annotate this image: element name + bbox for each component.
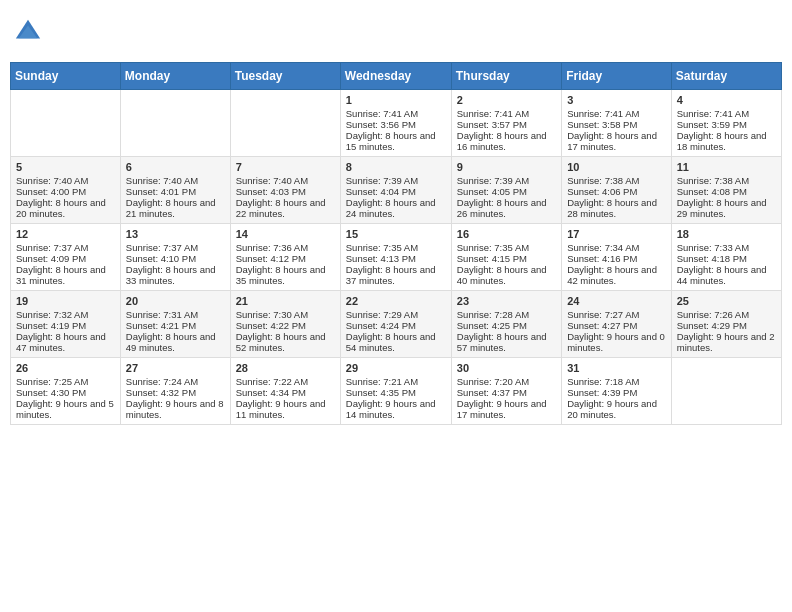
cell-content: Sunset: 3:59 PM [677, 119, 776, 130]
cell-content: Sunrise: 7:34 AM [567, 242, 666, 253]
cell-content: Sunrise: 7:18 AM [567, 376, 666, 387]
cell-content: Daylight: 9 hours and 11 minutes. [236, 398, 335, 420]
day-number: 18 [677, 228, 776, 240]
cell-content: Sunset: 4:16 PM [567, 253, 666, 264]
cell-content: Daylight: 8 hours and 31 minutes. [16, 264, 115, 286]
day-number: 14 [236, 228, 335, 240]
calendar-cell: 21Sunrise: 7:30 AMSunset: 4:22 PMDayligh… [230, 291, 340, 358]
day-number: 13 [126, 228, 225, 240]
calendar-cell: 1Sunrise: 7:41 AMSunset: 3:56 PMDaylight… [340, 90, 451, 157]
calendar-week-3: 12Sunrise: 7:37 AMSunset: 4:09 PMDayligh… [11, 224, 782, 291]
cell-content: Sunset: 4:18 PM [677, 253, 776, 264]
day-header-tuesday: Tuesday [230, 63, 340, 90]
cell-content: Sunrise: 7:41 AM [457, 108, 556, 119]
day-number: 31 [567, 362, 666, 374]
day-number: 23 [457, 295, 556, 307]
cell-content: Daylight: 8 hours and 16 minutes. [457, 130, 556, 152]
calendar-cell: 3Sunrise: 7:41 AMSunset: 3:58 PMDaylight… [562, 90, 672, 157]
calendar-cell: 4Sunrise: 7:41 AMSunset: 3:59 PMDaylight… [671, 90, 781, 157]
cell-content: Sunrise: 7:21 AM [346, 376, 446, 387]
calendar-cell: 8Sunrise: 7:39 AMSunset: 4:04 PMDaylight… [340, 157, 451, 224]
day-number: 27 [126, 362, 225, 374]
cell-content: Sunset: 4:39 PM [567, 387, 666, 398]
calendar-cell: 5Sunrise: 7:40 AMSunset: 4:00 PMDaylight… [11, 157, 121, 224]
cell-content: Daylight: 9 hours and 14 minutes. [346, 398, 446, 420]
cell-content: Sunrise: 7:24 AM [126, 376, 225, 387]
calendar-cell: 15Sunrise: 7:35 AMSunset: 4:13 PMDayligh… [340, 224, 451, 291]
cell-content: Daylight: 9 hours and 20 minutes. [567, 398, 666, 420]
day-number: 5 [16, 161, 115, 173]
cell-content: Sunset: 4:10 PM [126, 253, 225, 264]
calendar-cell [671, 358, 781, 425]
cell-content: Sunrise: 7:20 AM [457, 376, 556, 387]
day-number: 17 [567, 228, 666, 240]
cell-content: Sunset: 3:56 PM [346, 119, 446, 130]
cell-content: Daylight: 8 hours and 40 minutes. [457, 264, 556, 286]
cell-content: Sunset: 3:58 PM [567, 119, 666, 130]
cell-content: Sunset: 4:13 PM [346, 253, 446, 264]
cell-content: Daylight: 8 hours and 28 minutes. [567, 197, 666, 219]
calendar-cell: 12Sunrise: 7:37 AMSunset: 4:09 PMDayligh… [11, 224, 121, 291]
cell-content: Sunset: 4:32 PM [126, 387, 225, 398]
day-number: 16 [457, 228, 556, 240]
cell-content: Sunset: 4:35 PM [346, 387, 446, 398]
calendar-cell: 30Sunrise: 7:20 AMSunset: 4:37 PMDayligh… [451, 358, 561, 425]
day-number: 22 [346, 295, 446, 307]
day-number: 25 [677, 295, 776, 307]
cell-content: Sunrise: 7:40 AM [126, 175, 225, 186]
cell-content: Sunrise: 7:41 AM [346, 108, 446, 119]
cell-content: Sunrise: 7:32 AM [16, 309, 115, 320]
cell-content: Daylight: 9 hours and 0 minutes. [567, 331, 666, 353]
cell-content: Sunrise: 7:30 AM [236, 309, 335, 320]
calendar-cell [230, 90, 340, 157]
calendar-week-1: 1Sunrise: 7:41 AMSunset: 3:56 PMDaylight… [11, 90, 782, 157]
calendar-cell: 26Sunrise: 7:25 AMSunset: 4:30 PMDayligh… [11, 358, 121, 425]
cell-content: Sunrise: 7:33 AM [677, 242, 776, 253]
cell-content: Daylight: 9 hours and 8 minutes. [126, 398, 225, 420]
logo [14, 18, 46, 46]
cell-content: Sunset: 4:25 PM [457, 320, 556, 331]
cell-content: Daylight: 8 hours and 44 minutes. [677, 264, 776, 286]
day-header-sunday: Sunday [11, 63, 121, 90]
day-number: 12 [16, 228, 115, 240]
cell-content: Daylight: 8 hours and 54 minutes. [346, 331, 446, 353]
cell-content: Sunrise: 7:35 AM [346, 242, 446, 253]
cell-content: Daylight: 8 hours and 24 minutes. [346, 197, 446, 219]
cell-content: Sunrise: 7:22 AM [236, 376, 335, 387]
cell-content: Sunrise: 7:25 AM [16, 376, 115, 387]
cell-content: Daylight: 8 hours and 17 minutes. [567, 130, 666, 152]
cell-content: Sunrise: 7:29 AM [346, 309, 446, 320]
day-number: 30 [457, 362, 556, 374]
cell-content: Daylight: 8 hours and 15 minutes. [346, 130, 446, 152]
day-header-monday: Monday [120, 63, 230, 90]
cell-content: Sunrise: 7:37 AM [126, 242, 225, 253]
day-header-saturday: Saturday [671, 63, 781, 90]
cell-content: Sunset: 4:06 PM [567, 186, 666, 197]
cell-content: Daylight: 8 hours and 52 minutes. [236, 331, 335, 353]
cell-content: Daylight: 8 hours and 26 minutes. [457, 197, 556, 219]
cell-content: Sunrise: 7:40 AM [16, 175, 115, 186]
calendar-cell: 10Sunrise: 7:38 AMSunset: 4:06 PMDayligh… [562, 157, 672, 224]
cell-content: Daylight: 8 hours and 22 minutes. [236, 197, 335, 219]
calendar-cell: 27Sunrise: 7:24 AMSunset: 4:32 PMDayligh… [120, 358, 230, 425]
calendar-cell: 24Sunrise: 7:27 AMSunset: 4:27 PMDayligh… [562, 291, 672, 358]
cell-content: Sunset: 4:15 PM [457, 253, 556, 264]
cell-content: Sunset: 4:12 PM [236, 253, 335, 264]
calendar-cell: 11Sunrise: 7:38 AMSunset: 4:08 PMDayligh… [671, 157, 781, 224]
calendar-cell: 25Sunrise: 7:26 AMSunset: 4:29 PMDayligh… [671, 291, 781, 358]
cell-content: Sunset: 4:04 PM [346, 186, 446, 197]
day-header-friday: Friday [562, 63, 672, 90]
cell-content: Sunset: 4:37 PM [457, 387, 556, 398]
day-number: 2 [457, 94, 556, 106]
cell-content: Daylight: 8 hours and 29 minutes. [677, 197, 776, 219]
logo-icon [14, 18, 42, 46]
cell-content: Daylight: 8 hours and 20 minutes. [16, 197, 115, 219]
day-number: 28 [236, 362, 335, 374]
cell-content: Daylight: 8 hours and 33 minutes. [126, 264, 225, 286]
calendar-cell [11, 90, 121, 157]
cell-content: Sunset: 4:34 PM [236, 387, 335, 398]
cell-content: Daylight: 9 hours and 5 minutes. [16, 398, 115, 420]
cell-content: Daylight: 9 hours and 2 minutes. [677, 331, 776, 353]
cell-content: Sunset: 4:21 PM [126, 320, 225, 331]
cell-content: Daylight: 8 hours and 37 minutes. [346, 264, 446, 286]
